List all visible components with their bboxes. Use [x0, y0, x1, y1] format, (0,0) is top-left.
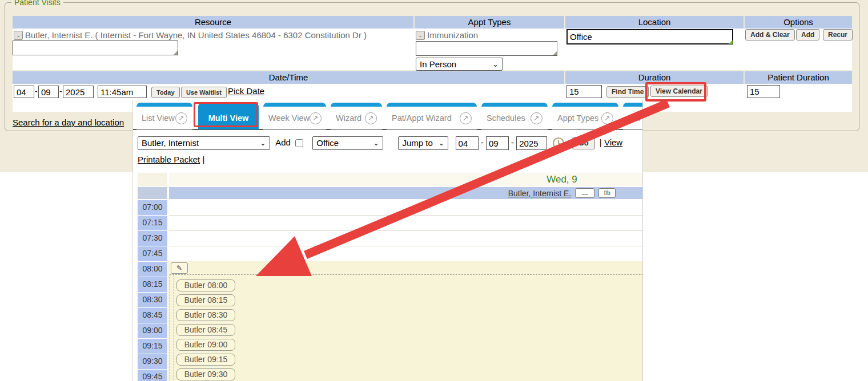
open-slot-button[interactable]: Butler 09:00: [176, 339, 235, 351]
date-separator: -: [35, 87, 38, 96]
month-input[interactable]: [14, 86, 34, 98]
today-button[interactable]: Today: [151, 87, 180, 98]
search-day-location-link[interactable]: Search for a day and location: [13, 117, 124, 127]
location-input-wrap: [566, 29, 733, 44]
resize-grip-icon: [174, 51, 178, 55]
use-waitlist-button[interactable]: Use Waitlist: [181, 87, 227, 98]
location-select-value: Office: [316, 135, 339, 152]
jump-to-select[interactable]: Jump to ⌄: [398, 136, 448, 150]
appt-types-column-header: Appt Types: [415, 16, 564, 29]
tab-appt-types[interactable]: Appt Types ↗: [552, 103, 618, 129]
resource-collapse-button[interactable]: -: [14, 31, 23, 40]
tab-list-view[interactable]: List View ↗: [136, 103, 192, 129]
time-label: 07:45: [138, 246, 167, 261]
resource-select-value: Butler, Internist: [142, 135, 199, 152]
open-slot-button[interactable]: Butler 08:45: [176, 324, 235, 336]
free-busy-button[interactable]: f/b: [598, 188, 616, 198]
multi-view-panel: List View ↗ Multi View Week View ↗ Wizar…: [132, 100, 643, 381]
location-select[interactable]: Office ⌄: [312, 136, 383, 150]
slot-group-container: [170, 274, 643, 381]
go-button[interactable]: Go: [572, 137, 595, 149]
appt-collapse-button[interactable]: -: [416, 31, 425, 40]
open-slot-button[interactable]: Butler 08:00: [176, 279, 235, 291]
year-input[interactable]: [63, 86, 94, 98]
day-header: Wed, 9: [169, 173, 643, 187]
tab-week-view[interactable]: Week View ↗: [263, 103, 326, 129]
edit-slot-button[interactable]: ✎: [171, 262, 188, 274]
chevron-down-icon: ⌄: [260, 135, 266, 152]
patient-duration-input[interactable]: [747, 85, 780, 98]
tab-label: Pat/Appt Wizard: [392, 114, 452, 123]
clock-icon[interactable]: [552, 137, 565, 149]
resource-bar-link[interactable]: Butler, Internist E.: [508, 189, 572, 198]
edit-pencil-icon: ✎: [176, 264, 182, 272]
calendar-controls: Butler, Internist ⌄ Add Office ⌄ Jump to…: [138, 134, 642, 168]
in-person-select[interactable]: In Person ⌄: [416, 58, 503, 71]
open-slot-button[interactable]: Butler 09:30: [176, 368, 235, 380]
add-checkbox-label: Add: [275, 137, 291, 147]
external-link-icon[interactable]: ↗: [601, 112, 613, 124]
view-calendar-highlight-box: [645, 82, 706, 102]
duration-input[interactable]: [566, 85, 602, 98]
page: Patient Visits Resource Appt Types Locat…: [0, 0, 868, 381]
external-link-icon[interactable]: ↗: [531, 112, 542, 124]
row-separator: [169, 246, 643, 246]
time-input[interactable]: [98, 86, 147, 98]
jump-month-input[interactable]: [456, 136, 479, 150]
jump-year-input[interactable]: [516, 136, 547, 150]
location-input[interactable]: [566, 29, 733, 44]
recur-button[interactable]: Recur: [823, 29, 853, 40]
external-link-icon[interactable]: ↗: [460, 112, 472, 124]
tab-schedules[interactable]: Schedules ↗: [481, 103, 548, 129]
external-link-icon[interactable]: ↗: [365, 112, 377, 124]
find-time-button[interactable]: Find Time: [606, 86, 649, 98]
add-and-clear-button[interactable]: Add & Clear: [745, 29, 795, 40]
external-link-icon[interactable]: ↗: [310, 112, 322, 124]
resource-bar-time-cell: [138, 187, 167, 199]
time-label: 09:15: [138, 339, 167, 354]
location-column-header: Location: [565, 16, 744, 29]
jump-day-input[interactable]: [486, 136, 509, 150]
resize-grip-icon: [729, 40, 733, 44]
open-slot-button[interactable]: Butler 08:15: [176, 294, 235, 306]
resize-grip-icon: [553, 51, 557, 55]
patient-duration-column-header: Patient Duration: [745, 71, 852, 84]
tab-partial[interactable]: Cur: [623, 103, 643, 129]
chevron-down-icon: ⌄: [373, 135, 379, 152]
resource-selected-label: Butler, Internist E. ( Internist - Fort …: [25, 30, 367, 40]
external-link-icon[interactable]: ↗: [175, 112, 187, 124]
resource-select[interactable]: Butler, Internist ⌄: [138, 136, 270, 150]
appt-search-input[interactable]: [416, 41, 557, 56]
open-slot-button[interactable]: Butler 08:30: [176, 309, 235, 321]
add-button[interactable]: Add: [796, 29, 819, 40]
time-label: 09:45: [138, 370, 167, 381]
add-checkbox[interactable]: [295, 139, 303, 147]
slot-group-inner-rule: [174, 275, 174, 381]
tab-pat-appt-wizard[interactable]: Pat/Appt Wizard ↗: [387, 103, 477, 129]
datetime-column-header: Date/Time: [13, 71, 564, 84]
open-slot-button[interactable]: Butler 09:15: [176, 354, 235, 366]
tab-label: Appt Types: [557, 114, 598, 123]
pipe-separator: |: [202, 155, 204, 164]
resource-search-wrap: [13, 40, 178, 55]
tab-label: Week View: [268, 114, 310, 123]
appt-search-wrap: [416, 41, 557, 56]
pick-date-link[interactable]: Pick Date: [228, 86, 264, 96]
chevron-down-icon: ⌄: [438, 135, 444, 152]
tab-wizard[interactable]: Wizard ↗: [331, 103, 382, 129]
fieldset-legend: Patient Visits: [11, 0, 63, 7]
time-label: 07:15: [138, 216, 167, 230]
resource-bar: Butler, Internist E. — f/b: [169, 187, 643, 199]
tab-label: Cur: [628, 114, 641, 123]
time-label: 08:45: [138, 308, 167, 323]
date-separator: -: [481, 137, 484, 147]
day-input[interactable]: [38, 86, 59, 98]
tab-label: Wizard: [336, 114, 361, 123]
chevron-down-icon: ⌄: [492, 60, 499, 68]
collapse-column-button[interactable]: —: [575, 188, 594, 198]
resource-search-input[interactable]: [13, 40, 178, 55]
multi-view-highlight-box: [194, 102, 258, 127]
date-separator: -: [511, 137, 514, 147]
appt-selected-label: Immunization: [427, 30, 478, 40]
jump-to-select-value: Jump to: [402, 135, 432, 152]
